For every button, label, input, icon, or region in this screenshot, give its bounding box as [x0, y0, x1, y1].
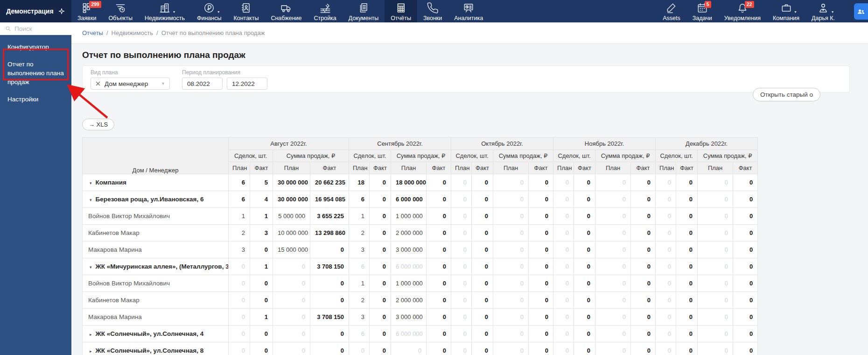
clear-icon[interactable]: [95, 81, 101, 86]
pencil-icon: [665, 2, 678, 14]
table-cell: 0: [698, 292, 733, 309]
table-cell: 0: [595, 208, 631, 225]
table-cell: 0: [472, 326, 493, 342]
period-from-input[interactable]: [182, 78, 223, 90]
filter-panel: Вид плана Дом менеджер ▼ Период планиров…: [82, 65, 850, 92]
table-cell: 20 662 235: [310, 174, 349, 191]
expand-row-icon[interactable]: ▸: [90, 332, 92, 337]
nav-item-10[interactable]: Аналитика: [448, 0, 489, 22]
topbar-right-item-0[interactable]: Assets: [657, 0, 686, 22]
table-cell: 0: [676, 292, 698, 309]
table-cell: 0: [553, 174, 574, 191]
table-cell: 2: [229, 225, 250, 241]
topbar-right-item-2[interactable]: Уведомления22: [718, 0, 767, 22]
table-cell: 0: [493, 208, 529, 225]
nav-item-9[interactable]: Звонки: [417, 0, 448, 22]
table-cell: 0: [493, 275, 529, 292]
table-cell: 0: [273, 292, 310, 309]
nav-item-1[interactable]: Объекты: [102, 0, 139, 22]
table-cell: 0: [250, 292, 273, 309]
export-xls-button[interactable]: → XLS: [82, 119, 114, 130]
nav-item-0[interactable]: Заявки299: [71, 0, 102, 22]
nav-item-2[interactable]: ▾Недвижимость: [139, 0, 191, 22]
expand-row-icon[interactable]: ▸: [90, 349, 92, 354]
workspace-switcher[interactable]: Демонстрация: [0, 0, 71, 22]
table-cell: 0: [574, 208, 595, 225]
plan-header: План: [493, 162, 529, 174]
plan-type-select[interactable]: Дом менеджер ▼: [91, 78, 170, 90]
nav-label: Объекты: [108, 15, 133, 21]
table-cell: 0: [370, 208, 391, 225]
sales-sum-header: Сумма продаж, ₽: [698, 150, 758, 162]
nav-label: Стройка: [314, 15, 336, 21]
table-cell: 0: [574, 241, 595, 258]
table-cell: 0: [529, 174, 553, 191]
sidebar-item-1[interactable]: Отчет по выполнению плана продаж: [0, 56, 71, 91]
collapse-row-icon[interactable]: ▾: [90, 265, 92, 270]
fact-header: Факт: [370, 162, 391, 174]
open-old-report-button[interactable]: Открыть старый о: [753, 88, 820, 101]
search-input[interactable]: [14, 25, 66, 32]
plan-header: План: [451, 162, 472, 174]
table-cell: 0: [733, 275, 758, 292]
nav-item-7[interactable]: Документы: [343, 0, 385, 22]
table-cell: 0: [574, 342, 595, 355]
table-cell: 6: [349, 326, 370, 342]
table-cell: 0: [698, 241, 733, 258]
month-header-2: Октябрь 2022г.: [451, 138, 553, 150]
table-cell: 0: [656, 275, 676, 292]
table-cell: 0: [370, 309, 391, 326]
topbar-right-item-1[interactable]: Задачи5: [686, 0, 718, 22]
table-cell: 0: [595, 275, 631, 292]
table-head: Дом / МенеджерАвгуст 2022г.Сентябрь 2022…: [83, 138, 758, 174]
contacts-icon: [240, 2, 252, 14]
table-cell: 2: [349, 225, 370, 241]
table-cell: 0: [733, 191, 758, 208]
sidebar-search[interactable]: [0, 22, 71, 35]
breadcrumb-reports[interactable]: Отчеты: [82, 29, 103, 36]
table-cell: 0: [451, 326, 472, 342]
table-cell: 0: [472, 225, 493, 241]
collapse-row-icon[interactable]: ▾: [90, 181, 92, 185]
collapse-row-icon[interactable]: ▾: [90, 198, 92, 202]
table-cell: 0: [310, 326, 349, 342]
table-cell: 0: [676, 225, 698, 241]
table-cell: 0: [733, 326, 758, 342]
topbar-right-item-3[interactable]: ▾Компания: [767, 0, 805, 22]
period-to-input[interactable]: [227, 78, 267, 90]
chat-users-button[interactable]: [854, 3, 868, 20]
nav-item-6[interactable]: Стройка: [308, 0, 342, 22]
briefcase-icon: ▾: [780, 2, 792, 14]
breadcrumb-realestate[interactable]: Недвижимость: [112, 29, 153, 36]
table-cell: 0: [273, 258, 310, 275]
fact-header: Факт: [529, 162, 553, 174]
nav-item-3[interactable]: ▾Финансы: [191, 0, 227, 22]
sales-sum-header: Сумма продаж, ₽: [391, 150, 451, 162]
breadcrumb-separator: /: [106, 29, 108, 36]
table-cell: 0: [493, 292, 529, 309]
nav-item-8[interactable]: Отчёты: [385, 0, 417, 22]
nav-item-5[interactable]: Снабжение: [265, 0, 308, 22]
table-cell: 0: [472, 174, 493, 191]
table-cell: 0: [676, 275, 698, 292]
table-cell: 0: [472, 292, 493, 309]
table-cell: 0: [529, 309, 553, 326]
table-cell: 0: [698, 309, 733, 326]
fact-header: Факт: [472, 162, 493, 174]
table-cell: 3 708 150: [310, 309, 349, 326]
search-icon: [5, 26, 11, 32]
table-cell: 0: [229, 326, 250, 342]
table-cell: 0: [370, 225, 391, 241]
table-cell: 0: [595, 174, 631, 191]
topbar-right-item-4[interactable]: ▾Дарья К.: [805, 0, 841, 22]
table-cell: 0: [553, 342, 574, 355]
plan-type-value: Дом менеджер: [105, 80, 148, 87]
chevron-down-icon: ▾: [217, 10, 219, 14]
table-cell: 1: [349, 275, 370, 292]
sidebar-item-0[interactable]: Конфигуратор: [0, 39, 71, 56]
table-cell: 3: [349, 309, 370, 326]
table-cell: 0: [631, 292, 656, 309]
plan-header: План: [553, 162, 574, 174]
nav-item-4[interactable]: Контакты: [227, 0, 265, 22]
sidebar-item-2[interactable]: Настройки: [0, 91, 71, 108]
